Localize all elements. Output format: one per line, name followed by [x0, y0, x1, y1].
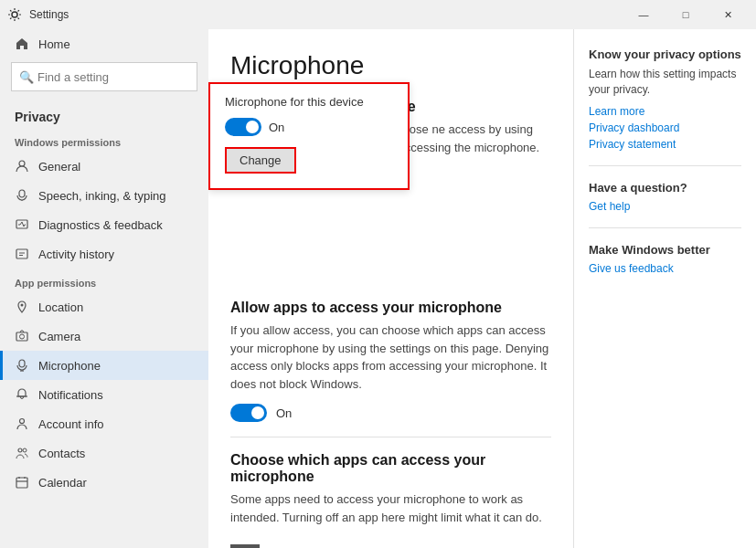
- section3-desc: Some apps need to access your microphone…: [230, 490, 551, 526]
- search-icon: 🔍: [19, 70, 34, 84]
- main-content: Microphone microphone on this device sin…: [208, 29, 573, 548]
- sidebar-item-general[interactable]: General: [0, 152, 208, 181]
- sidebar-item-diagnostics[interactable]: Diagnostics & feedback: [0, 210, 208, 239]
- activity-icon: [15, 247, 29, 261]
- sidebar-item-microphone[interactable]: Microphone: [0, 351, 208, 380]
- calendar-icon: [15, 475, 29, 490]
- svg-point-1: [19, 161, 25, 166]
- popup-toggle-row: On: [225, 118, 393, 136]
- app-container: Home 🔍 Privacy Windows permissions Gener…: [0, 29, 756, 548]
- diagnostics-icon: [15, 217, 29, 232]
- right-panel: Know your privacy options Learn how this…: [573, 29, 756, 548]
- give-feedback-link[interactable]: Give us feedback: [589, 262, 741, 275]
- sidebar-item-notifications[interactable]: Notifications: [0, 380, 208, 409]
- privacy-label: Privacy: [0, 102, 208, 128]
- svg-point-8: [21, 304, 24, 307]
- location-icon: [15, 300, 29, 314]
- have-question-title: Have a question?: [589, 181, 741, 195]
- svg-point-16: [18, 448, 22, 452]
- sidebar-item-home[interactable]: Home: [0, 29, 208, 58]
- get-help-link[interactable]: Get help: [589, 200, 741, 213]
- general-icon: [15, 159, 29, 174]
- privacy-dashboard-link[interactable]: Privacy dashboard: [589, 121, 741, 134]
- svg-point-17: [23, 448, 27, 452]
- titlebar-left: Settings: [7, 7, 69, 22]
- svg-rect-5: [16, 249, 27, 258]
- right-divider-2: [589, 227, 741, 228]
- app-item-camera: Camera On: [230, 537, 551, 548]
- right-divider-1: [589, 165, 741, 166]
- svg-rect-18: [16, 478, 27, 488]
- svg-point-15: [20, 419, 25, 424]
- section-divider: [230, 437, 551, 437]
- mic-icon: [15, 358, 29, 373]
- app-list: Camera On Cortana On f: [230, 537, 551, 548]
- account-icon: [15, 416, 29, 431]
- sidebar-item-account[interactable]: Account info: [0, 409, 208, 438]
- camera-app-icon: [230, 544, 260, 548]
- bell-icon: [15, 387, 29, 402]
- section2-desc: If you allow access, you can choose whic…: [230, 321, 551, 393]
- camera-icon: [15, 329, 29, 343]
- contacts-icon: [15, 446, 29, 460]
- allow-toggle-container: On: [230, 404, 551, 422]
- sidebar-item-location[interactable]: Location: [0, 292, 208, 321]
- search-input[interactable]: [37, 70, 189, 84]
- titlebar-title: Settings: [29, 8, 69, 21]
- speech-icon: [15, 188, 29, 203]
- make-windows-title: Make Windows better: [589, 243, 741, 257]
- section3-title: Choose which apps can access your microp…: [230, 452, 551, 485]
- settings-icon: [7, 7, 22, 22]
- sidebar-item-speech[interactable]: Speech, inking, & typing: [0, 181, 208, 210]
- close-button[interactable]: ✕: [707, 0, 749, 29]
- know-privacy-desc: Learn how this setting impacts your priv…: [589, 67, 741, 98]
- minimize-button[interactable]: —: [623, 0, 665, 29]
- search-box[interactable]: 🔍: [11, 62, 197, 91]
- windows-permissions-label: Windows permissions: [0, 128, 208, 152]
- svg-rect-11: [19, 360, 25, 367]
- app-permissions-label: App permissions: [0, 269, 208, 292]
- allow-toggle-label: On: [276, 406, 292, 420]
- section2-title: Allow apps to access your microphone: [230, 300, 551, 316]
- sidebar-item-camera[interactable]: Camera: [0, 321, 208, 351]
- learn-more-link[interactable]: Learn more: [589, 105, 741, 118]
- popup-toggle[interactable]: [225, 118, 261, 136]
- home-icon: [15, 37, 29, 51]
- privacy-statement-link[interactable]: Privacy statement: [589, 138, 741, 151]
- titlebar: Settings — □ ✕: [0, 0, 756, 29]
- maximize-button[interactable]: □: [665, 0, 707, 29]
- sidebar-item-activity[interactable]: Activity history: [0, 239, 208, 269]
- svg-rect-9: [16, 332, 27, 341]
- microphone-device-popup: Microphone for this device On Change: [208, 82, 410, 190]
- sidebar-item-calendar[interactable]: Calendar: [0, 468, 208, 497]
- titlebar-controls: — □ ✕: [623, 0, 749, 29]
- page-title: Microphone: [230, 51, 551, 80]
- popup-toggle-label: On: [269, 121, 284, 134]
- sidebar: Home 🔍 Privacy Windows permissions Gener…: [0, 29, 208, 548]
- allow-toggle[interactable]: [230, 404, 267, 422]
- change-button[interactable]: Change: [225, 147, 296, 174]
- popup-title: Microphone for this device: [225, 95, 393, 109]
- sidebar-item-contacts[interactable]: Contacts: [0, 438, 208, 468]
- svg-point-10: [20, 334, 25, 339]
- svg-point-0: [12, 12, 17, 17]
- know-privacy-title: Know your privacy options: [589, 47, 741, 61]
- svg-rect-2: [19, 190, 25, 197]
